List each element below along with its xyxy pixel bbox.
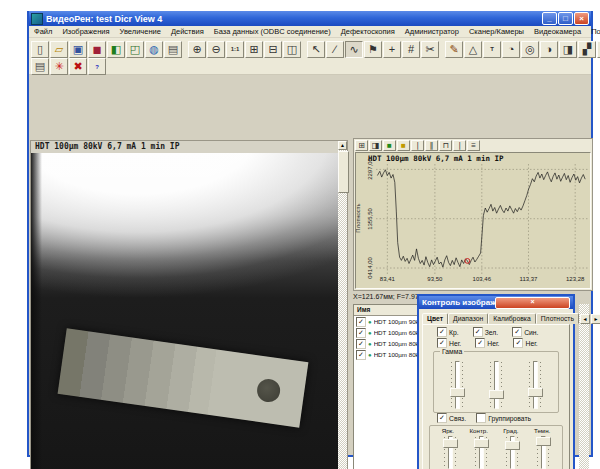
polygon-icon[interactable]: △ (464, 41, 482, 58)
flag-icon[interactable]: ⚑ (364, 41, 382, 58)
scrollbar-thumb[interactable] (338, 151, 349, 193)
tab-диапазон[interactable]: Диапазон (448, 313, 488, 324)
tab-scroll-left-icon[interactable]: ◄ (580, 314, 590, 324)
clock-icon[interactable]: ◔ (502, 41, 520, 58)
checkbox-син[interactable]: ✓Син. (512, 327, 538, 337)
tile-windows-icon[interactable]: ⊞ (245, 41, 263, 58)
checkbox-icon[interactable]: ✓ (356, 350, 366, 360)
zoom-1-1-icon[interactable]: 1:1 (226, 41, 244, 58)
profile-tool-icon[interactable]: ∿ (345, 41, 363, 58)
zoom-out-icon[interactable]: ⊖ (207, 41, 225, 58)
slider-track (455, 361, 460, 409)
gamma-slider-blue[interactable] (527, 360, 543, 410)
menu-item-дефектоскопия[interactable]: Дефектоскопия (336, 27, 400, 36)
scroll-up-button[interactable]: ▲ (338, 141, 347, 150)
copy-plot-icon[interactable]: ◨ (369, 140, 382, 151)
minimize-button[interactable]: _ (542, 12, 557, 25)
profile-plot[interactable]: HDT 100µm 80kV 6,7 mA 1 min IP Плотность… (355, 152, 591, 289)
brightness-slider[interactable] (442, 435, 458, 469)
text-tool-icon[interactable]: T (483, 41, 501, 58)
gradient-icon[interactable]: ◑ (540, 41, 558, 58)
pan-icon[interactable]: + (383, 41, 401, 58)
crop-icon[interactable]: # (402, 41, 420, 58)
checkbox-icon[interactable]: ✓ (356, 317, 366, 327)
menu-item-видеокамера[interactable]: Видеокамера (529, 27, 586, 36)
color-tab-page: ✓Кр.✓Зел.✓Син. ✓Нег.✓Нег.✓Нег. Гамма ✓Св… (422, 324, 570, 469)
gradation-slider[interactable] (504, 435, 520, 469)
batch-tool-icon[interactable]: ✳ (50, 58, 68, 75)
save-green-icon[interactable]: ◧ (107, 41, 125, 58)
title-bar[interactable]: ВидеоРен: test Dicr View 4 _ □ × (29, 11, 591, 26)
cursor-line-icon-glyph: ∣ (416, 142, 420, 150)
viewer-vertical-scrollbar[interactable]: ▲ ▼ (338, 141, 347, 469)
checkbox-зел[interactable]: ✓Зел. (473, 327, 499, 337)
checkbox-нег[interactable]: ✓Нег. (475, 338, 499, 348)
zoom-in-icon[interactable]: ⊕ (188, 41, 206, 58)
gamma-slider-green[interactable] (488, 360, 504, 410)
slider-thumb[interactable] (474, 439, 489, 448)
menu-item-увеличение[interactable]: Увеличение (115, 27, 166, 36)
slider-thumb[interactable] (489, 390, 504, 399)
tab-плотность[interactable]: Плотность (536, 313, 579, 324)
shadows-slider[interactable] (535, 435, 551, 469)
cut-icon[interactable]: ✂ (421, 41, 439, 58)
save-red-icon[interactable]: ◼ (88, 41, 106, 58)
pointer-icon[interactable]: ↖ (307, 41, 325, 58)
cursor-line-icon[interactable]: ∣ (411, 140, 424, 151)
dialog-close-icon[interactable]: × (495, 297, 570, 309)
print-icon[interactable]: ▤ (164, 41, 182, 58)
new-file-icon[interactable]: ▯ (31, 41, 49, 58)
tab-scroll-right-icon[interactable]: ► (591, 314, 600, 324)
menu-item-файл[interactable]: Файл (29, 27, 57, 36)
checkbox-нег[interactable]: ✓Нег. (513, 338, 537, 348)
slider-thumb[interactable] (536, 437, 551, 446)
page-setup-icon[interactable]: ▤ (31, 58, 49, 75)
second-cursor-icon[interactable]: ∣ (453, 140, 466, 151)
save-icon[interactable]: ▣ (69, 41, 87, 58)
menu-item-изображения[interactable]: Изображения (57, 27, 114, 36)
menu-item-сканер-камеры[interactable]: Сканер/Камеры (464, 27, 529, 36)
slider-thumb[interactable] (505, 441, 520, 450)
dialog-title-bar[interactable]: Контроль изображения × (419, 296, 573, 309)
peaks-icon[interactable]: ⊓ (439, 140, 452, 151)
help-icon[interactable]: ? (88, 58, 106, 75)
pencil-icon[interactable]: ✎ (445, 41, 463, 58)
split-horizontal-icon[interactable]: ⊟ (264, 41, 282, 58)
globe-icon[interactable]: ◍ (145, 41, 163, 58)
tab-калибровка[interactable]: Калибровка (488, 313, 535, 324)
checkbox-icon[interactable]: ✓ (356, 328, 366, 338)
checkbox-нег[interactable]: ✓Нег. (437, 338, 461, 348)
plot-canvas[interactable] (376, 164, 588, 274)
gamma-slider-red[interactable] (449, 360, 465, 410)
table-icon[interactable]: ⊞ (355, 140, 368, 151)
range-lines-icon[interactable]: ∥ (425, 140, 438, 151)
menu-item-помощь[interactable]: Помощь (586, 27, 600, 36)
checkbox-кр[interactable]: ✓Кр. (437, 327, 459, 337)
checkbox-icon[interactable]: ✓ (356, 339, 366, 349)
xray-image[interactable] (31, 153, 338, 469)
menu-item-администратор[interactable]: Администратор (400, 27, 464, 36)
restore-button[interactable]: □ (558, 12, 573, 25)
invert-icon[interactable]: ◨ (559, 41, 577, 58)
marker-yellow-icon[interactable]: ■ (397, 140, 410, 151)
close-button[interactable]: × (574, 12, 589, 25)
measure-line-icon[interactable]: ∕ (326, 41, 344, 58)
slider-thumb[interactable] (450, 388, 465, 397)
menu-item-действия[interactable]: Действия (166, 27, 209, 36)
checkbox-группировать[interactable]: Группировать (476, 413, 531, 423)
slider-thumb[interactable] (443, 439, 458, 448)
checkbox-связ[interactable]: ✓Связ. (437, 413, 466, 423)
marker-green-icon[interactable]: ■ (383, 140, 396, 151)
delete-icon[interactable]: ✖ (69, 58, 87, 75)
target-icon[interactable]: ◎ (521, 41, 539, 58)
slider-thumb[interactable] (528, 388, 543, 397)
export-icon[interactable]: ◰ (126, 41, 144, 58)
histogram-icon[interactable]: ▞ (578, 41, 596, 58)
menu-item-база-данных-odbc-соединение[interactable]: База данных (ODBC соединение) (209, 27, 336, 36)
levels-icon[interactable]: ≡ (467, 140, 480, 151)
open-folder-icon[interactable]: ▱ (50, 41, 68, 58)
split-vertical-icon[interactable]: ◫ (283, 41, 301, 58)
panel-vertical-scrollbar[interactable]: ▼ (579, 304, 589, 469)
pointer-icon-glyph: ↖ (311, 44, 320, 55)
contrast-slider[interactable] (473, 435, 489, 469)
